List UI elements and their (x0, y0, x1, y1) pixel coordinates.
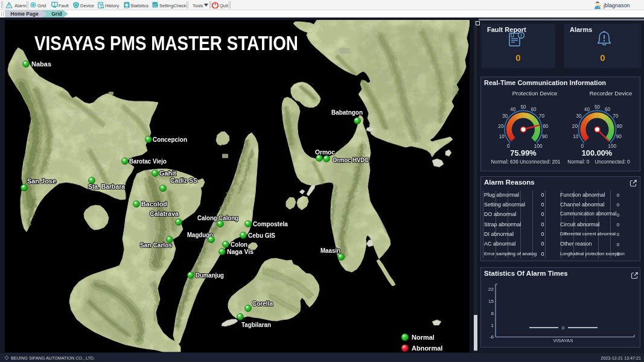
svg-text:10: 10 (573, 134, 579, 139)
svg-text:Cadiz SS: Cadiz SS (170, 177, 197, 184)
svg-text:40: 40 (510, 107, 516, 112)
svg-text:Nabas: Nabas (31, 60, 51, 68)
svg-text:90: 90 (542, 134, 548, 139)
svg-text:Calatrava: Calatrava (150, 210, 179, 217)
svg-text:22: 22 (488, 287, 494, 292)
svg-text:Maasin: Maasin (320, 247, 340, 254)
svg-text:20: 20 (498, 124, 504, 129)
svg-text:Ormoc HVDC: Ormoc HVDC (333, 156, 369, 164)
svg-text:San Carlos: San Carlos (140, 241, 172, 249)
svg-text:San Jose: San Jose (27, 177, 56, 185)
svg-text:Corella: Corella (252, 300, 273, 307)
svg-text:30: 30 (576, 113, 582, 119)
svg-text:Naga Vis: Naga Vis (227, 248, 253, 255)
svg-text:60: 60 (531, 107, 537, 112)
svg-text:VISAYAS: VISAYAS (553, 338, 573, 343)
svg-text:70: 70 (539, 113, 545, 119)
svg-text:Barotac Viejo: Barotac Viejo (129, 157, 167, 165)
svg-text:Gahit: Gahit (159, 170, 177, 177)
svg-text:Sta. Barbara: Sta. Barbara (88, 183, 125, 190)
svg-text:15: 15 (488, 299, 494, 304)
svg-text:40: 40 (584, 107, 590, 112)
svg-text:Concepcion: Concepcion (153, 136, 187, 143)
svg-text:80: 80 (543, 124, 549, 129)
svg-text:10: 10 (499, 134, 505, 139)
svg-text:80: 80 (617, 124, 623, 129)
svg-text:VISAYAS PMS MASTER STATION: VISAYAS PMS MASTER STATION (34, 31, 298, 54)
svg-text:Normal: Normal (412, 334, 435, 341)
svg-text:Calong Calong: Calong Calong (197, 214, 238, 221)
svg-text:Abnormal: Abnormal (412, 345, 442, 352)
svg-text:Compostela: Compostela (253, 220, 288, 227)
svg-text:1: 1 (491, 323, 494, 328)
svg-text:Dumanjug: Dumanjug (196, 272, 224, 279)
svg-text:90: 90 (616, 134, 622, 139)
svg-text:-6: -6 (489, 334, 494, 340)
svg-text:70: 70 (613, 113, 619, 119)
svg-text:Tagbilaran: Tagbilaran (241, 321, 271, 328)
svg-text:50: 50 (595, 104, 601, 110)
svg-text:Bacolod: Bacolod (141, 200, 167, 208)
svg-text:60: 60 (605, 107, 611, 112)
svg-text:30: 30 (502, 113, 508, 119)
svg-text:Babatngon: Babatngon (331, 109, 363, 116)
svg-text:20: 20 (572, 124, 578, 129)
svg-text:50: 50 (520, 104, 526, 110)
svg-text:Cebu GIS: Cebu GIS (248, 232, 275, 239)
svg-text:Colon: Colon (231, 241, 247, 248)
svg-text:0: 0 (562, 325, 565, 331)
svg-text:8: 8 (491, 311, 494, 316)
svg-text:Ormoc: Ormoc (315, 148, 335, 156)
